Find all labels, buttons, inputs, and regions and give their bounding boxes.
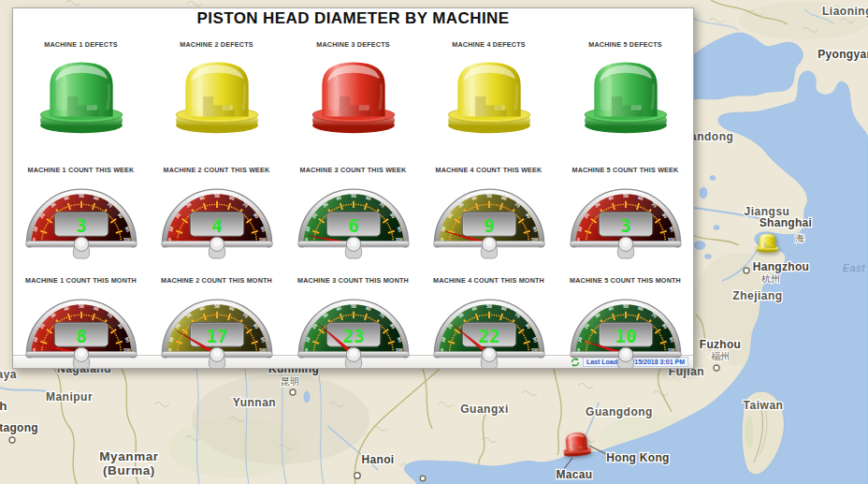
month-gauge-1: 102030405060708090 0 100 8 [13, 288, 149, 369]
svg-text:50: 50 [486, 194, 492, 198]
defect-led-1 [13, 55, 149, 136]
led-green [37, 55, 125, 136]
machine-1-week: MACHINE 1 COUNT THIS WEEK 10203040506070… [13, 166, 149, 260]
week-gauge-4: 102030405060708090 0 100 9 [421, 178, 557, 260]
map-label-fuzhou_cjk: 福州 [711, 351, 730, 361]
week-gauge-5: 102030405060708090 0 100 3 [557, 178, 693, 260]
gauge-green: 102030405060708090 0 100 6 [293, 178, 414, 260]
svg-text:50: 50 [623, 304, 629, 309]
defect-led-5 [557, 55, 693, 136]
city-marker-chittagong [9, 437, 15, 443]
gauge-red: 102030405060708090 0 100 3 [21, 178, 142, 260]
led-red [310, 55, 398, 136]
map-label-liaoning: Liaoning [822, 5, 868, 18]
map-label-myanmar2: (Burma) [103, 463, 155, 477]
week-label-5: MACHINE 5 COUNT THIS WEEK [557, 166, 693, 174]
week-gauge-1: 102030405060708090 0 100 3 [13, 178, 149, 260]
month-label-2: MACHINE 2 COUNT THIS MONTH [149, 276, 284, 285]
map-label-yunnan: Yunnan [233, 396, 276, 409]
svg-text:50: 50 [79, 304, 84, 309]
machine-4-week: MACHINE 4 COUNT THIS WEEK 10203040506070… [421, 166, 557, 260]
led-red [560, 425, 592, 463]
led-yellow [445, 55, 533, 136]
map-label-hanoi: Hanoi [362, 453, 395, 466]
map-label-east_sea: East [843, 262, 865, 273]
defects-label-1: MACHINE 1 DEFECTS [13, 40, 149, 49]
machine-1-month: MACHINE 1 COUNT THIS MONTH 1020304050607… [13, 276, 149, 369]
map-label-bangladesh: Bangladesh [0, 399, 7, 413]
gauge-green: 102030405060708090 0 100 22 [428, 288, 550, 369]
gauge-red: 102030405060708090 0 100 4 [156, 178, 278, 260]
svg-text:50: 50 [351, 304, 356, 309]
map-label-chittagong: Chittagong [0, 421, 38, 434]
map-led-macau [560, 425, 592, 463]
gauge-red: 102030405060708090 0 100 8 [21, 288, 142, 369]
gauge-red: 102030405060708090 0 100 3 [565, 178, 687, 260]
month-label-3: MACHINE 3 COUNT THIS MONTH [285, 276, 421, 285]
week-label-4: MACHINE 4 COUNT THIS WEEK [421, 166, 557, 174]
defect-led-4 [421, 55, 557, 136]
svg-text:50: 50 [486, 304, 492, 309]
svg-text:17: 17 [206, 326, 227, 347]
machine-5-defects: MACHINE 5 DEFECTS [557, 40, 693, 136]
month-gauge-4: 102030405060708090 0 100 22 [421, 288, 557, 369]
led-yellow [756, 227, 779, 257]
map-label-taiwan: Taiwan [744, 399, 784, 412]
map-label-macau: Macau [557, 468, 593, 481]
svg-text:8: 8 [76, 326, 87, 347]
dashboard-panel: PISTON HEAD DIAMETER BY MACHINE MACHINE … [12, 7, 694, 369]
page-title: PISTON HEAD DIAMETER BY MACHINE [13, 9, 693, 28]
week-label-3: MACHINE 3 COUNT THIS WEEK [285, 166, 421, 174]
machine-4-month: MACHINE 4 COUNT THIS MONTH 1020304050607… [421, 276, 557, 369]
city-marker-hangzhou [744, 268, 749, 273]
gauge-green: 102030405060708090 0 100 10 [565, 288, 687, 369]
month-label-5: MACHINE 5 COUNT THIS MONTH [557, 276, 693, 285]
machine-3-defects: MACHINE 3 DEFECTS [285, 40, 421, 136]
svg-text:50: 50 [214, 304, 220, 309]
map-label-myanmar1: Myanmar [99, 449, 159, 463]
gauge-yellow: 102030405060708090 0 100 17 [156, 288, 278, 369]
machine-1-defects: MACHINE 1 DEFECTS [13, 40, 149, 136]
map-label-zhejiang: Zhejiang [732, 289, 782, 302]
svg-text:23: 23 [342, 326, 364, 347]
machine-5-month: MACHINE 5 COUNT THIS MONTH 1020304050607… [557, 276, 693, 369]
map-label-hangzhou: Hangzhou [753, 260, 809, 273]
gauge-green: 102030405060708090 0 100 23 [293, 288, 414, 369]
defects-label-3: MACHINE 3 DEFECTS [285, 40, 421, 49]
gauge-yellow: 102030405060708090 0 100 9 [428, 178, 550, 260]
city-marker-kunming [290, 389, 296, 395]
week-gauge-2: 102030405060708090 0 100 4 [149, 178, 284, 260]
week-label-1: MACHINE 1 COUNT THIS WEEK [13, 166, 149, 174]
month-gauge-5: 102030405060708090 0 100 10 [557, 288, 693, 369]
machine-4-defects: MACHINE 4 DEFECTS [421, 40, 557, 136]
map-label-kunming_cjk: 昆明 [281, 376, 299, 387]
week-gauge-3: 102030405060708090 0 100 6 [285, 178, 421, 260]
month-gauge-3: 102030405060708090 0 100 23 [285, 288, 421, 369]
defect-led-2 [149, 55, 284, 136]
map-label-guangxi: Guangxi [460, 403, 509, 416]
week-label-2: MACHINE 2 COUNT THIS WEEK [149, 166, 284, 174]
defects-label-5: MACHINE 5 DEFECTS [557, 40, 693, 49]
svg-text:22: 22 [478, 326, 499, 347]
machine-3-week: MACHINE 3 COUNT THIS WEEK 10203040506070… [285, 166, 421, 260]
map-label-shanghai_cjk: 海 [795, 233, 804, 243]
month-label-4: MACHINE 4 COUNT THIS MONTH [421, 276, 557, 285]
svg-text:50: 50 [623, 194, 629, 198]
map-label-manipur: Manipur [46, 390, 93, 403]
map-led-shanghai [756, 227, 779, 257]
machine-2-defects: MACHINE 2 DEFECTS [149, 40, 284, 136]
svg-text:10: 10 [615, 326, 636, 347]
machine-3-month: MACHINE 3 COUNT THIS MONTH 1020304050607… [285, 276, 421, 369]
map-label-meghalaya: Meghalaya [0, 368, 17, 381]
svg-text:6: 6 [348, 215, 359, 237]
map-label-guangdong: Guangdong [586, 405, 653, 418]
defect-led-3 [285, 55, 421, 136]
svg-text:3: 3 [76, 215, 87, 237]
map-label-fuzhou: Fuzhou [700, 338, 741, 351]
svg-text:50: 50 [351, 194, 356, 198]
month-gauge-2: 102030405060708090 0 100 17 [149, 288, 284, 369]
machine-5-week: MACHINE 5 COUNT THIS WEEK 10203040506070… [557, 166, 693, 260]
map-label-pyongyang: Pyongyang [817, 48, 868, 61]
machine-2-month: MACHINE 2 COUNT THIS MONTH 1020304050607… [149, 276, 284, 369]
machine-2-week: MACHINE 2 COUNT THIS WEEK 10203040506070… [149, 166, 284, 260]
